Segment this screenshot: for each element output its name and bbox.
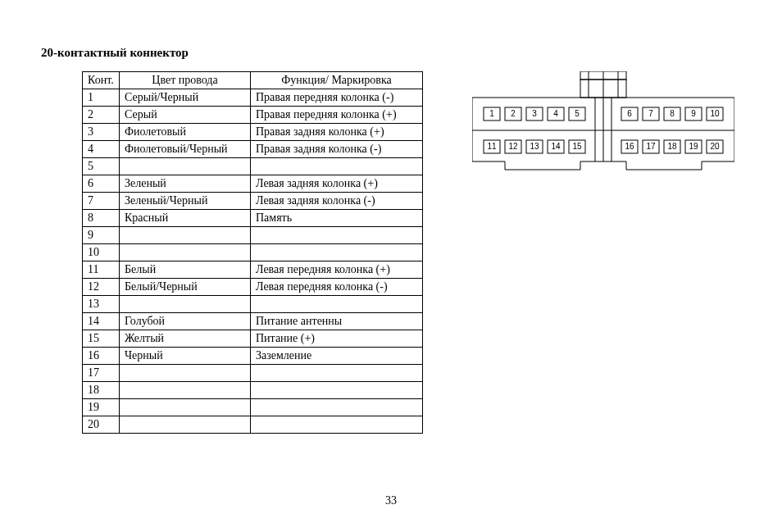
cell-pin: 9 — [83, 227, 120, 244]
cell-pin: 5 — [83, 158, 120, 175]
cell-pin: 8 — [83, 210, 120, 227]
connector-pin-label: 5 — [575, 109, 580, 118]
cell-func: Левая задняя колонка (-) — [251, 193, 423, 210]
connector-pin-label: 16 — [625, 142, 634, 151]
cell-func: Правая передняя колонка (+) — [251, 107, 423, 124]
cell-color: Зеленый — [120, 175, 251, 193]
table-row: 1Серый/ЧерныйПравая передняя колонка (-) — [83, 89, 423, 107]
table-row: 3ФиолетовыйПравая задняя колонка (+) — [83, 124, 423, 141]
cell-color: Черный — [120, 348, 251, 365]
table-row: 5 — [83, 158, 423, 175]
pinout-table: Конт. Цвет провода Функция/ Маркировка 1… — [82, 71, 423, 434]
cell-pin: 11 — [83, 261, 120, 279]
cell-pin: 4 — [83, 141, 120, 158]
cell-pin: 17 — [83, 365, 120, 382]
cell-pin: 19 — [83, 399, 120, 416]
cell-pin: 10 — [83, 244, 120, 261]
cell-func: Правая задняя колонка (+) — [251, 124, 423, 141]
cell-func: Левая передняя колонка (-) — [251, 279, 423, 296]
cell-color: Белый — [120, 261, 251, 279]
cell-func: Питание антенны — [251, 313, 423, 330]
connector-pin-label: 13 — [530, 142, 539, 151]
cell-color — [120, 227, 251, 244]
cell-func — [251, 227, 423, 244]
table-row: 16ЧерныйЗаземление — [83, 348, 423, 365]
cell-func — [251, 399, 423, 416]
cell-pin: 12 — [83, 279, 120, 296]
cell-color: Фиолетовый — [120, 124, 251, 141]
table-row: 10 — [83, 244, 423, 261]
cell-func — [251, 158, 423, 175]
cell-pin: 1 — [83, 89, 120, 107]
cell-func: Заземление — [251, 348, 423, 365]
connector-pin-label: 20 — [710, 142, 720, 151]
cell-color: Зеленый/Черный — [120, 193, 251, 210]
cell-pin: 7 — [83, 193, 120, 210]
cell-color — [120, 296, 251, 313]
table-row: 17 — [83, 365, 423, 382]
header-func: Функция/ Маркировка — [251, 72, 423, 89]
table-row: 13 — [83, 296, 423, 313]
cell-color: Белый/Черный — [120, 279, 251, 296]
connector-pin-label: 14 — [551, 142, 561, 151]
connector-pin-label: 6 — [627, 109, 632, 118]
connector-diagram: 1234567891011121314151617181920 — [472, 71, 734, 186]
connector-pin-label: 19 — [689, 142, 698, 151]
connector-pin-label: 17 — [646, 142, 656, 151]
table-row: 9 — [83, 227, 423, 244]
connector-pin-label: 18 — [667, 142, 677, 151]
cell-func — [251, 416, 423, 434]
cell-color: Серый — [120, 107, 251, 124]
connector-pin-label: 11 — [487, 142, 497, 151]
cell-color — [120, 382, 251, 399]
table-row: 6ЗеленыйЛевая задняя колонка (+) — [83, 175, 423, 193]
cell-color — [120, 244, 251, 261]
cell-pin: 18 — [83, 382, 120, 399]
content-row: Конт. Цвет провода Функция/ Маркировка 1… — [41, 71, 741, 434]
cell-pin: 13 — [83, 296, 120, 313]
cell-func — [251, 382, 423, 399]
table-row: 7Зеленый/ЧерныйЛевая задняя колонка (-) — [83, 193, 423, 210]
cell-color — [120, 365, 251, 382]
cell-color — [120, 158, 251, 175]
document-page: 20-контактный коннектор Конт. Цвет прово… — [0, 0, 782, 532]
table-row: 14ГолубойПитание антенны — [83, 313, 423, 330]
connector-pin-label: 9 — [691, 109, 696, 118]
connector-svg: 1234567891011121314151617181920 — [472, 71, 734, 186]
table-row: 12Белый/ЧерныйЛевая передняя колонка (-) — [83, 279, 423, 296]
cell-pin: 20 — [83, 416, 120, 434]
connector-pin-label: 8 — [670, 109, 675, 118]
cell-func: Правая передняя колонка (-) — [251, 89, 423, 107]
cell-color — [120, 416, 251, 434]
cell-color: Желтый — [120, 330, 251, 348]
table-header-row: Конт. Цвет провода Функция/ Маркировка — [83, 72, 423, 89]
cell-pin: 14 — [83, 313, 120, 330]
table-row: 11БелыйЛевая передняя колонка (+) — [83, 261, 423, 279]
section-heading: 20-контактный коннектор — [41, 46, 741, 60]
cell-color: Серый/Черный — [120, 89, 251, 107]
cell-pin: 3 — [83, 124, 120, 141]
connector-pin-label: 15 — [572, 142, 582, 151]
connector-pin-label: 7 — [648, 109, 653, 118]
table-row: 19 — [83, 399, 423, 416]
cell-func: Левая задняя колонка (+) — [251, 175, 423, 193]
cell-func: Память — [251, 210, 423, 227]
cell-func — [251, 296, 423, 313]
cell-func: Правая задняя колонка (-) — [251, 141, 423, 158]
cell-func — [251, 365, 423, 382]
cell-color — [120, 399, 251, 416]
connector-pin-label: 1 — [489, 109, 494, 118]
table-row: 2СерыйПравая передняя колонка (+) — [83, 107, 423, 124]
cell-pin: 16 — [83, 348, 120, 365]
cell-pin: 6 — [83, 175, 120, 193]
table-row: 15ЖелтыйПитание (+) — [83, 330, 423, 348]
header-pin: Конт. — [83, 72, 120, 89]
connector-pin-label: 2 — [511, 109, 516, 118]
cell-pin: 15 — [83, 330, 120, 348]
cell-color: Красный — [120, 210, 251, 227]
cell-func — [251, 244, 423, 261]
header-color: Цвет провода — [120, 72, 251, 89]
connector-pin-label: 4 — [553, 109, 558, 118]
page-number: 33 — [0, 494, 782, 507]
connector-pin-label: 10 — [710, 109, 720, 118]
